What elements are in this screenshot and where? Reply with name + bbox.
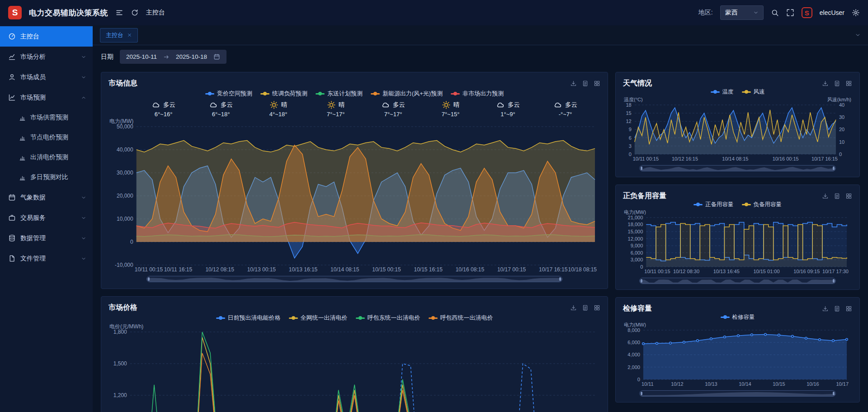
legend-item[interactable]: 全网统一出清电价 [289, 314, 348, 322]
download-icon[interactable] [822, 80, 829, 87]
download-icon[interactable] [822, 305, 829, 312]
weather-day: 晴4°~18° [250, 100, 307, 118]
app-logo-icon: S [8, 6, 22, 19]
region-select[interactable]: 蒙西 [720, 5, 764, 20]
market-info-chart[interactable]: -10,000010,00020,00030,00040,00050,000电力… [108, 118, 600, 273]
download-icon[interactable] [570, 304, 577, 311]
tab-overflow-chevron-icon[interactable] [855, 32, 861, 38]
download-icon[interactable] [822, 193, 829, 199]
svg-text:10/13: 10/13 [705, 381, 717, 387]
sidebar-item-市场分析[interactable]: 市场分析 [0, 47, 93, 67]
data-table-icon[interactable] [594, 304, 600, 311]
sidebar-item-label: 多日预测对比 [30, 173, 86, 181]
chart-scrollbar[interactable] [146, 276, 562, 282]
legend-item[interactable]: 呼包东统一出清电价 [356, 314, 420, 322]
sidebar-item-主控台[interactable]: 主控台 [0, 26, 93, 47]
legend-item[interactable]: 竞价空间预测 [205, 90, 252, 98]
sidebar-item-气象数据[interactable]: 气象数据 [0, 187, 93, 208]
legend-item[interactable]: 东送计划预测 [316, 90, 363, 98]
zoom-preview [147, 276, 562, 282]
breadcrumb[interactable]: 主控台 [146, 9, 165, 17]
date-end[interactable]: 2025-10-18 [176, 53, 207, 60]
panel-title: 市场信息 [108, 79, 137, 88]
date-start[interactable]: 2025-10-11 [126, 53, 157, 60]
date-range-picker[interactable]: 2025-10-11 2025-10-18 [120, 50, 226, 64]
refresh-icon[interactable] [131, 9, 139, 17]
chart-scrollbar[interactable] [639, 165, 836, 171]
report-doc-icon[interactable] [834, 193, 840, 199]
sidebar-item-文件管理[interactable]: 文件管理 [0, 248, 93, 269]
svg-text:3,000: 3,000 [631, 257, 643, 262]
chart-scrollbar[interactable] [639, 278, 836, 284]
svg-text:18: 18 [626, 102, 632, 108]
sidebar-item-出清电价预测[interactable]: 出清电价预测 [0, 147, 93, 167]
legend-item[interactable]: 温度 [711, 88, 734, 96]
fullscreen-icon[interactable] [786, 9, 794, 17]
svg-text:6,000: 6,000 [631, 250, 643, 256]
weather-condition: 晴 [339, 101, 345, 109]
weather-temp-range: 4°~18° [269, 111, 288, 118]
legend-item[interactable]: 检修容量 [721, 313, 755, 321]
legend-item[interactable]: 正备用容量 [693, 201, 734, 208]
sidebar-item-市场供需预测[interactable]: 市场供需预测 [0, 108, 93, 128]
weather-chart[interactable]: 0369121518010203040温度(°C)风速(km/h)10/11 0… [623, 96, 852, 162]
tab-bar: 主控台 [93, 25, 868, 45]
chart-canvas[interactable]: 0369121518010203040温度(°C)风速(km/h)10/11 0… [623, 96, 852, 162]
svg-text:40: 40 [839, 102, 844, 108]
legend-item[interactable]: 非市场出力预测 [451, 90, 504, 98]
tab-label: 主控台 [106, 31, 123, 39]
chart-scrollbar[interactable] [639, 390, 836, 397]
chart-canvas[interactable]: 03,0006,0009,00012,00015,00018,00021,000… [623, 208, 852, 275]
data-table-icon[interactable] [845, 80, 852, 87]
svg-text:风速(km/h): 风速(km/h) [827, 97, 851, 102]
sidebar-item-多日预测对比[interactable]: 多日预测对比 [0, 167, 93, 187]
gear-icon[interactable] [852, 9, 860, 17]
sidebar-item-label: 节点电价预测 [30, 133, 86, 142]
legend-item[interactable]: 风速 [742, 88, 765, 96]
sidebar-item-数据管理[interactable]: 数据管理 [0, 228, 93, 248]
sidebar-item-节点电价预测[interactable]: 节点电价预测 [0, 128, 93, 147]
reserve-chart[interactable]: 03,0006,0009,00012,00015,00018,00021,000… [623, 208, 852, 275]
chart-canvas[interactable]: 3006009001,2001,5001,800电价(元/MWh)10/11 0… [108, 323, 600, 412]
user-logo-icon: S [802, 7, 812, 18]
report-doc-icon[interactable] [834, 80, 840, 87]
download-icon[interactable] [570, 80, 577, 87]
svg-text:15,000: 15,000 [628, 229, 643, 234]
report-doc-icon[interactable] [582, 80, 589, 87]
username[interactable]: elecUser [820, 9, 844, 16]
svg-text:20,000: 20,000 [117, 193, 133, 199]
svg-text:21,000: 21,000 [628, 215, 643, 220]
dashboard-icon [8, 33, 16, 40]
data-table-icon[interactable] [594, 80, 600, 87]
market-price-chart[interactable]: 3006009001,2001,5001,800电价(元/MWh)10/11 0… [108, 323, 600, 412]
menu-fold-icon[interactable] [115, 9, 123, 17]
maintenance-chart[interactable]: 02,0004,0006,0008,000电力(MW)10/1110/1210/… [623, 321, 852, 388]
data-table-icon[interactable] [845, 305, 852, 312]
cloud-icon [496, 100, 505, 109]
weather-day: 多云6°~16° [135, 100, 192, 118]
svg-text:电力(MW): 电力(MW) [624, 209, 646, 215]
close-icon[interactable] [127, 33, 132, 38]
search-icon[interactable] [771, 9, 779, 17]
legend-item[interactable]: 统调负荷预测 [260, 90, 307, 98]
chart-canvas[interactable]: 02,0004,0006,0008,000电力(MW)10/1110/1210/… [623, 321, 852, 388]
legend-item[interactable]: 呼包西统一出清电价 [429, 314, 493, 322]
dashboard-content: 市场信息 竞价空间预测统调负荷预测东送计划预测新能源出力(风+光)预测非市场出力… [93, 66, 868, 412]
sidebar-item-市场预测[interactable]: 市场预测 [0, 87, 93, 108]
legend-item[interactable]: 负备用容量 [742, 201, 782, 208]
svg-text:12,000: 12,000 [628, 236, 643, 242]
svg-text:10/12 08:30: 10/12 08:30 [673, 269, 699, 274]
report-doc-icon[interactable] [834, 305, 840, 312]
legend-item[interactable]: 日前预出清电能价格 [216, 314, 281, 322]
data-table-icon[interactable] [845, 193, 852, 199]
sidebar-item-交易服务[interactable]: 交易服务 [0, 208, 93, 228]
chart-canvas[interactable]: -10,000010,00020,00030,00040,00050,000电力… [108, 118, 600, 273]
sidebar-item-label: 市场预测 [20, 94, 76, 102]
legend-item[interactable]: 新能源出力(风+光)预测 [371, 90, 443, 98]
chart-legend: 检修容量 [623, 313, 852, 321]
weather-condition: 多云 [565, 101, 577, 109]
sidebar-item-市场成员[interactable]: 市场成员 [0, 67, 93, 87]
tab-主控台[interactable]: 主控台 [100, 28, 138, 43]
bar-icon [19, 134, 26, 141]
report-doc-icon[interactable] [582, 304, 589, 311]
